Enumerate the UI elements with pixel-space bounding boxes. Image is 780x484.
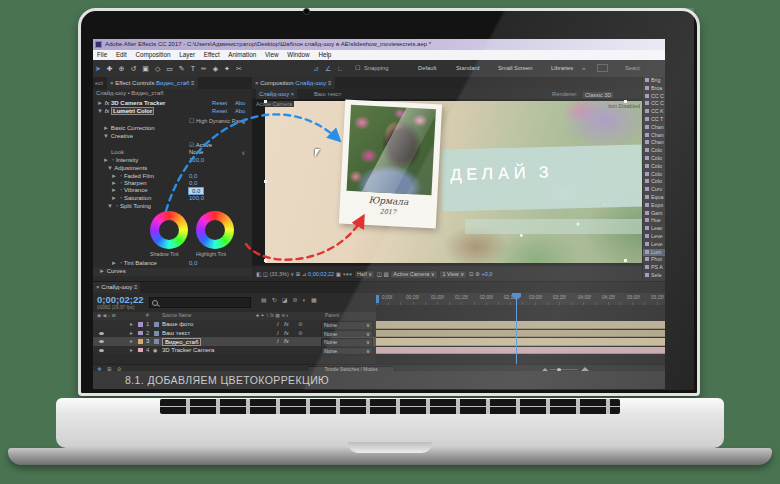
layer-row-2[interactable]: ► 2 Ваш текст / fx ⚙ None ∨ [93,329,376,338]
effect-item[interactable]: CC K [643,108,665,116]
saturation-value[interactable]: 100,0 [189,195,204,201]
effect-item[interactable]: Colo [643,178,665,186]
view-tab-vash-tekst[interactable]: Ваш текст [314,89,341,99]
group-curves[interactable]: ► Curves [93,268,252,276]
effect-item[interactable]: Sele [643,272,665,280]
layer-bar-1[interactable] [376,321,665,329]
stopwatch-icon[interactable]: ◔ [119,187,123,193]
menu-effect[interactable]: Effect [204,51,220,58]
workspace-libraries[interactable]: Libraries [551,60,573,77]
layer-bar-4[interactable] [376,347,665,355]
reset-link[interactable]: Reset [212,100,227,106]
pixel-aspect-icon[interactable]: ⊡ [469,271,474,277]
view-tab-slideshow[interactable]: Слайд-шоу × [256,89,297,99]
view-layout-dropdown[interactable]: 1 View ∨ [439,270,467,279]
timeline-tab[interactable]: × Слайд-шоу ≡ [93,282,140,293]
reset-link[interactable]: Reset [212,108,227,114]
group-adjustments[interactable]: ▼ Adjustments [107,165,147,171]
eye-icon[interactable] [99,340,104,343]
motion-blur-switch-icon[interactable]: ⚙ [298,329,302,338]
stopwatch-icon[interactable]: ◔ [111,157,115,163]
fx-switch[interactable]: fx [284,329,289,338]
hand-tool-icon[interactable]: ✚ [107,60,113,77]
magnification-dropdown[interactable]: (33,3%) ∨ [269,271,294,277]
view-axis-mode-icon[interactable]: ∟ [337,60,344,77]
effect-item[interactable]: Equa [643,194,665,202]
pen-tool-icon[interactable]: ✎ [179,60,185,77]
effect-item-selected[interactable]: Lum [643,249,665,257]
stopwatch-icon[interactable]: ◔ [119,173,123,179]
effect-item[interactable]: Leve [643,241,665,249]
hand-nav-icon[interactable]: ◧ [256,271,261,277]
parent-column-header[interactable]: Parent [325,312,339,320]
menu-help[interactable]: Help [318,51,331,58]
layer-expander[interactable]: ► [129,320,134,329]
effect-item[interactable]: Expo [643,202,665,210]
workspace-bar-icon[interactable] [597,64,608,72]
workspace-standard[interactable]: Standard [456,60,480,77]
exposure-value[interactable]: +0,0 [482,271,493,277]
panel-menu-icon[interactable]: ≡ [328,80,332,86]
viewport-timecode[interactable]: 0;00;02;22 [308,271,334,277]
timeline-timecode[interactable]: 0;00;02;22 [97,294,143,305]
faded-film-value[interactable]: 0,0 [189,173,197,179]
transparency-grid-icon[interactable]: ▨ [384,271,389,277]
selection-handle[interactable] [624,100,627,103]
menu-composition[interactable]: Composition [136,51,171,58]
menu-edit[interactable]: Edit [116,51,127,58]
effect-item[interactable]: Leve [643,233,665,241]
quality-switch[interactable]: / [277,329,279,338]
playhead-line[interactable] [516,299,517,364]
tint-balance-value[interactable]: 0,0 [189,260,197,266]
layer-expander[interactable]: ► [129,337,134,346]
rotation-tool-icon[interactable]: ↺ [130,60,136,77]
vibrance-input[interactable]: 0,0 [188,187,204,195]
camera-tool-icon[interactable]: ▣ [142,60,149,77]
menu-view[interactable]: View [265,51,279,58]
workspace-small-screen[interactable]: Small Screen [498,60,532,77]
layer-color-chip[interactable] [138,339,143,344]
grid-guides-icon[interactable]: ⊞ [296,271,301,277]
group-split-toning[interactable]: ▼ ◔ Split Toning [107,203,151,209]
roto-brush-tool-icon[interactable]: ✦ [224,60,230,77]
intensity-value[interactable]: 100,0 [189,157,204,163]
resolution-dropdown[interactable]: Half ∨ [354,270,375,279]
world-axis-mode-icon[interactable]: ∠ [325,60,331,77]
menu-file[interactable]: File [97,51,107,58]
workspace-default[interactable]: Default [418,60,436,77]
effect-item[interactable]: Colo [643,155,665,163]
motion-blur-switch-icon[interactable]: ⚙ [298,320,302,329]
effect-item[interactable]: CC C [643,93,665,101]
polaroid-photo[interactable]: Юрмала 2017 [339,100,442,229]
look-dropdown[interactable]: None [189,149,203,155]
source-name-column-header[interactable]: Source Name [162,312,191,320]
effect-item[interactable]: Colo [643,171,665,179]
selection-handle[interactable] [264,100,267,103]
effect-item[interactable]: Hue [643,217,665,225]
camera-view-dropdown[interactable]: Active Camera ∨ [390,270,438,279]
effect-item[interactable]: Chan [643,132,665,140]
brush-tool-icon[interactable]: ✏ [201,60,207,77]
menu-window[interactable]: Window [287,51,309,58]
highlight-tint-wheel[interactable] [196,211,234,249]
roi-icon[interactable]: ◫ [377,271,382,277]
layer-name[interactable]: Ваше фото [162,320,193,329]
pan-behind-tool-icon[interactable]: ◇ [155,60,160,77]
effect-item[interactable]: Brig [643,77,665,85]
layer-color-chip[interactable] [138,322,143,327]
shape-tool-icon[interactable]: ▭ [166,60,173,77]
timeline-search-input[interactable] [149,297,251,308]
panel-menu-icon[interactable]: ≡ [134,284,138,290]
chevron-down-icon[interactable]: ∨ [241,149,245,156]
effect-item[interactable]: Chan [643,124,665,132]
fast-previews-icon[interactable]: ⚙ [475,271,480,277]
close-icon[interactable]: × [255,80,259,86]
number-column-header[interactable]: # [146,312,149,320]
workspace-search-label[interactable]: Searc [625,60,640,77]
menu-layer[interactable]: Layer [179,51,195,58]
timeline-control-icons[interactable]: ▤↻◪⊘◐▦ [261,296,322,303]
layer-expander[interactable]: ► [129,329,134,338]
fx-switch[interactable]: fx [284,337,289,346]
close-icon[interactable]: × [96,284,100,290]
local-axis-mode-icon[interactable]: ⊿ [313,60,319,77]
